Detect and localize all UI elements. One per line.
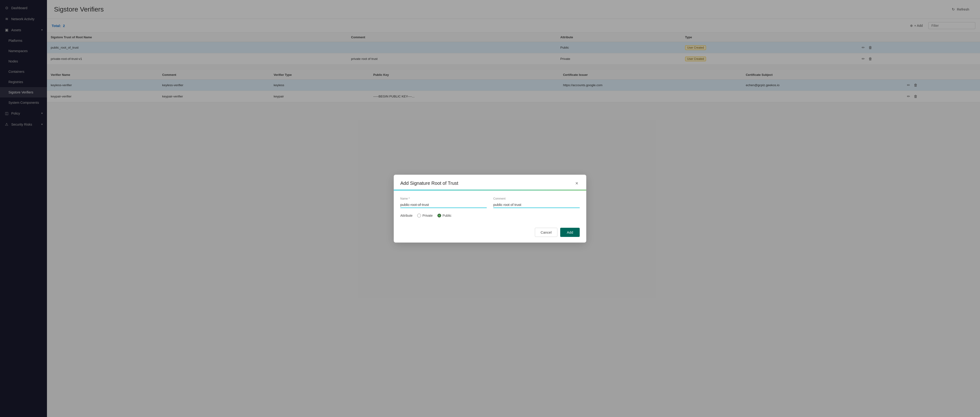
add-signature-modal: Add Signature Root of Trust × Name * Com… <box>394 175 586 242</box>
comment-label: Comment <box>493 197 580 200</box>
modal-overlay[interactable]: Add Signature Root of Trust × Name * Com… <box>0 0 980 417</box>
name-input[interactable] <box>400 202 487 208</box>
radio-private-input[interactable] <box>417 214 421 217</box>
comment-input[interactable] <box>493 202 580 208</box>
modal-footer: Cancel Add <box>394 224 586 242</box>
radio-private-option[interactable]: Private <box>417 214 433 217</box>
radio-public-label: Public <box>442 214 452 217</box>
form-row-name-comment: Name * Comment <box>400 197 580 208</box>
radio-public-input[interactable] <box>438 214 441 217</box>
form-group-name: Name * <box>400 197 487 208</box>
name-label: Name * <box>400 197 487 200</box>
modal-header: Add Signature Root of Trust × <box>394 175 586 186</box>
radio-group-attribute: Private Public <box>417 214 452 217</box>
modal-close-button[interactable]: × <box>574 180 580 186</box>
radio-public-option[interactable]: Public <box>438 214 452 217</box>
add-submit-button[interactable]: Add <box>560 228 580 237</box>
attribute-label: Attribute <box>400 214 412 217</box>
radio-private-label: Private <box>422 214 433 217</box>
attribute-row: Attribute Private Public <box>400 214 580 217</box>
modal-title: Add Signature Root of Trust <box>400 181 458 186</box>
modal-body: Name * Comment Attribute Private <box>394 190 586 224</box>
form-group-comment: Comment <box>493 197 580 208</box>
cancel-button[interactable]: Cancel <box>535 228 558 237</box>
